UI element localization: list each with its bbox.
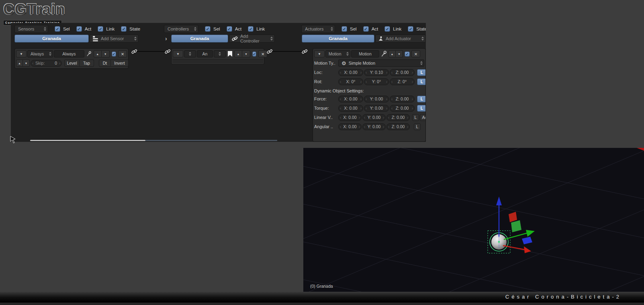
angular-local-toggle[interactable]: L: [414, 123, 421, 130]
tap-button[interactable]: Tap: [80, 59, 94, 67]
move-down-icon[interactable]: ▼: [102, 50, 110, 57]
controller-state-dropdown[interactable]: [184, 50, 196, 57]
sensors-object-button[interactable]: Granada: [14, 35, 89, 43]
actuators-filter-state[interactable]: ✓ State: [408, 26, 426, 32]
checkbox-checked-icon[interactable]: ✓: [341, 26, 347, 32]
actuator-enable-checkbox[interactable]: ✓: [405, 51, 410, 57]
loc-y-field[interactable]: Y: 0.10: [364, 69, 389, 76]
actuators-filter-dropdown[interactable]: Actuators: [301, 25, 335, 33]
controllers-filter-dropdown[interactable]: Controllers: [164, 25, 198, 33]
sensor-name-field[interactable]: Always: [54, 50, 84, 57]
actuators-filter-sel[interactable]: ✓ Sel: [341, 26, 357, 32]
loc-z-field[interactable]: Z: 0.00: [390, 69, 415, 76]
loc-local-toggle[interactable]: L: [417, 69, 426, 76]
sensor-enable-checkbox[interactable]: ✓: [112, 51, 116, 57]
linear-local-toggle[interactable]: L: [412, 114, 419, 121]
checkbox-checked-icon[interactable]: ✓: [76, 26, 82, 32]
collapse-icon[interactable]: ▼: [314, 50, 325, 57]
move-down-icon[interactable]: ▼: [242, 50, 250, 57]
dt-button[interactable]: Dt: [99, 59, 111, 67]
controllers-object-button[interactable]: Granada: [171, 35, 228, 43]
actuator-input-socket-icon[interactable]: [302, 49, 308, 55]
dt-invert-group: Dt Invert: [99, 59, 129, 67]
motion-type-value: Simple Motion: [349, 61, 418, 66]
sensor-type-dropdown[interactable]: Always: [27, 50, 53, 57]
force-z-field[interactable]: Z: 0.00: [390, 96, 415, 102]
torque-local-toggle[interactable]: L: [417, 105, 426, 112]
actuators-object-button[interactable]: Granada: [302, 35, 374, 43]
expander-icon[interactable]: ›: [165, 35, 167, 43]
checkbox-checked-icon[interactable]: ✓: [227, 26, 232, 32]
add-sensor-dropdown[interactable]: Add Sensor: [90, 35, 139, 43]
actuators-filter-link[interactable]: ✓ Link: [384, 26, 401, 32]
checkbox-checked-icon[interactable]: ✓: [55, 26, 60, 32]
level-button[interactable]: Level: [64, 59, 80, 67]
controller-name-field[interactable]: An: [197, 50, 213, 57]
rot-y-field[interactable]: Y: 0°: [364, 78, 389, 85]
sensors-filter-sel[interactable]: ✓ Sel: [55, 26, 70, 32]
torque-y-field[interactable]: Y: 0.00: [364, 105, 389, 112]
controller-enable-checkbox[interactable]: ✓: [252, 51, 256, 57]
motion-type-dropdown[interactable]: ⚙ Simple Motion: [338, 59, 424, 67]
skip-field[interactable]: Skip: 0: [31, 60, 62, 67]
rot-local-toggle[interactable]: L: [417, 78, 426, 85]
sensors-filter-act[interactable]: ✓ Act: [76, 26, 92, 32]
x-axis-arrow: [503, 246, 531, 253]
force-y-field[interactable]: Y: 0.00: [364, 96, 389, 102]
torque-z-field[interactable]: Z: 0.00: [390, 105, 415, 112]
torque-x-field[interactable]: X: 0.00: [338, 105, 363, 112]
controller-input-socket-icon[interactable]: [165, 49, 171, 55]
collapse-icon[interactable]: ▼: [16, 50, 27, 57]
loc-x-field[interactable]: X: 0.00: [338, 69, 363, 76]
stepper-icon: [270, 37, 273, 41]
invert-button[interactable]: Invert: [111, 59, 129, 67]
rot-z-field[interactable]: Z: 0°: [390, 78, 415, 85]
checkbox-checked-icon[interactable]: ✓: [205, 26, 211, 32]
checkbox-checked-icon[interactable]: ✓: [363, 26, 369, 32]
force-local-toggle[interactable]: L: [417, 96, 426, 102]
linear-z-field[interactable]: Z: 0.00: [386, 114, 410, 121]
close-icon[interactable]: ×: [258, 50, 267, 57]
checkbox-checked-icon[interactable]: ✓: [121, 26, 127, 32]
pulse-up-icon[interactable]: ▲: [16, 59, 23, 67]
checkbox-checked-icon[interactable]: ✓: [98, 26, 103, 32]
angular-y-field[interactable]: Y: 0.00: [362, 123, 386, 130]
controller-type-dropdown[interactable]: [214, 50, 226, 57]
linear-y-field[interactable]: Y: 0.00: [362, 114, 386, 121]
motion-type-row: Motion Ty.. ⚙ Simple Motion: [314, 59, 424, 67]
force-x-field[interactable]: X: 0.00: [338, 96, 363, 102]
close-icon[interactable]: ×: [118, 50, 127, 57]
controllers-filter-act[interactable]: ✓ Act: [227, 26, 242, 32]
controllers-filter-link[interactable]: ✓ Link: [248, 26, 265, 32]
close-icon[interactable]: ×: [411, 50, 420, 57]
controllers-filter-sel[interactable]: ✓ Sel: [205, 26, 220, 32]
checkbox-checked-icon[interactable]: ✓: [248, 26, 254, 32]
joystick-icon: [378, 36, 383, 41]
add-controller-dropdown[interactable]: Add Controller: [229, 35, 275, 43]
angular-x-field[interactable]: X: 0.00: [338, 123, 362, 130]
move-up-icon[interactable]: ▲: [234, 50, 242, 57]
add-actuator-dropdown[interactable]: Add Actuator: [375, 35, 426, 43]
3d-viewport[interactable]: (0) Granada: [303, 148, 644, 292]
actuator-type-dropdown[interactable]: Motion: [325, 50, 350, 57]
actuators-filter-act[interactable]: ✓ Act: [363, 26, 378, 32]
linear-x-field[interactable]: X: 0.00: [338, 114, 362, 121]
checkbox-checked-icon[interactable]: ✓: [408, 26, 413, 32]
linear-add-toggle[interactable]: Ad: [420, 114, 426, 121]
angular-z-field[interactable]: Z: 0.00: [386, 123, 410, 130]
scrollbar-thumb[interactable]: [30, 140, 145, 141]
pin-icon[interactable]: [86, 51, 92, 57]
move-up-icon[interactable]: ▲: [94, 50, 102, 57]
sensors-filter-link[interactable]: ✓ Link: [98, 26, 114, 32]
move-down-icon[interactable]: ▼: [396, 50, 403, 57]
move-up-icon[interactable]: ▲: [388, 50, 396, 57]
bookmark-icon[interactable]: [228, 51, 232, 57]
rot-x-field[interactable]: X: 0°: [338, 78, 363, 85]
pin-icon[interactable]: [381, 51, 387, 57]
sensors-filter-state[interactable]: ✓ State: [121, 26, 140, 32]
pulse-down-icon[interactable]: ▼: [23, 59, 30, 67]
actuator-name-field[interactable]: Motion: [351, 50, 379, 57]
sensors-filter-dropdown[interactable]: Sensors: [14, 25, 48, 33]
collapse-icon[interactable]: ▼: [173, 50, 183, 57]
checkbox-checked-icon[interactable]: ✓: [384, 26, 390, 32]
